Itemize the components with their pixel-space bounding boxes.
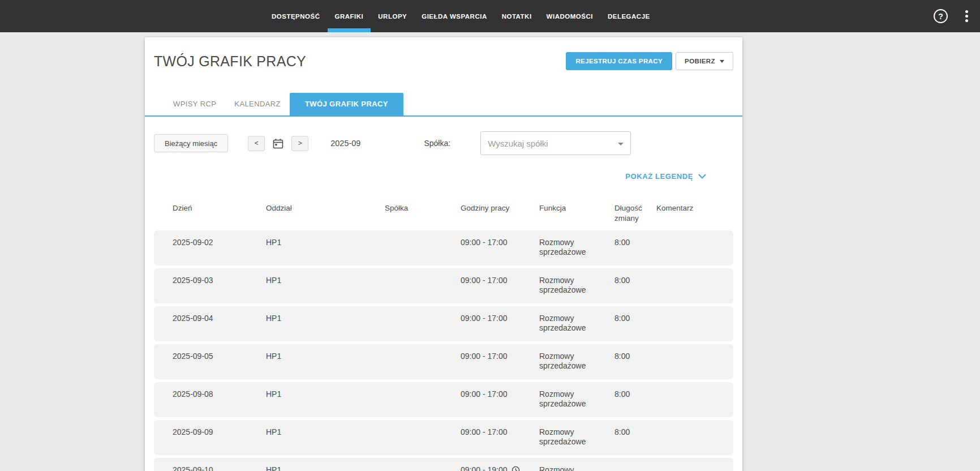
help-icon-glyph: ? — [938, 12, 943, 21]
cell-hours: 09:00 - 19:00 — [461, 465, 540, 471]
table-row: 2025-09-02 HP1 09:00 - 17:00 Rozmowy spr… — [154, 230, 733, 266]
caret-down-icon — [720, 60, 724, 63]
hours-value: 09:00 - 19:00 — [461, 465, 508, 471]
cell-hours: 09:00 - 17:00 — [461, 276, 540, 285]
tab-kalendarz[interactable]: KALENDARZ — [225, 93, 290, 115]
cell-function: Rozmowy sprzedażowe — [539, 389, 607, 409]
cell-hours: 09:00 - 17:00 — [461, 352, 540, 361]
tab-twoj-grafik-pracy[interactable]: TWÓJ GRAFIK PRACY — [290, 93, 403, 115]
show-legend-toggle[interactable]: POKAŻ LEGENDĘ — [625, 172, 706, 181]
cell-day: 2025-09-03 — [173, 276, 257, 285]
cell-branch: HP1 — [266, 352, 376, 361]
column-header-length: Długość zmiany — [614, 203, 652, 224]
company-select-placeholder: Wyszukaj spółki — [488, 139, 548, 148]
nav-item-gielda-wsparcia[interactable]: GIEŁDA WSPARCIA — [414, 0, 494, 32]
column-header-comment: Komentarz — [656, 203, 727, 213]
cell-day: 2025-09-05 — [173, 352, 257, 361]
cell-function: Rozmowy sprzedażowe — [539, 238, 607, 257]
column-header-day: Dzień — [173, 203, 257, 213]
table-header: Dzień Oddział Spółka Godziny pracy Funkc… — [154, 201, 733, 226]
cell-function: Rozmowy sprzedażowe — [539, 427, 607, 447]
kebab-menu-icon[interactable] — [963, 8, 970, 24]
table-row: 2025-09-04 HP1 09:00 - 17:00 Rozmowy spr… — [154, 306, 733, 341]
table-row: 2025-09-03 HP1 09:00 - 17:00 Rozmowy spr… — [154, 268, 733, 303]
nav-item-delegacje[interactable]: DELEGACJE — [600, 0, 657, 32]
cell-branch: HP1 — [266, 238, 376, 247]
cell-function: Rozmowy sprzedażowe — [539, 465, 607, 471]
cell-branch: HP1 — [266, 314, 376, 323]
nav-item-wiadomosci[interactable]: WIADOMOŚCI — [539, 0, 600, 32]
cell-length: 8:00 — [614, 276, 652, 285]
show-legend-label: POKAŻ LEGENDĘ — [625, 172, 693, 181]
page-title: TWÓJ GRAFIK PRACY — [154, 53, 306, 70]
cell-hours: 09:00 - 17:00 — [461, 314, 540, 323]
cell-day: 2025-09-09 — [173, 427, 257, 437]
cell-day: 2025-09-10 — [173, 465, 257, 471]
table-row: 2025-09-09 HP1 09:00 - 17:00 Rozmowy spr… — [154, 420, 733, 455]
cell-function: Rozmowy sprzedażowe — [539, 276, 607, 295]
table-row: 2025-09-10 HP1 09:00 - 19:00 Rozmowy spr… — [154, 458, 733, 471]
table-row: 2025-09-05 HP1 09:00 - 17:00 Rozmowy spr… — [154, 344, 733, 379]
cell-length: 8:00 — [614, 427, 652, 437]
download-button-label: POBIERZ — [685, 58, 715, 65]
table-row: 2025-09-08 HP1 09:00 - 17:00 Rozmowy spr… — [154, 382, 733, 417]
chevron-down-icon — [618, 143, 624, 145]
previous-month-button[interactable]: < — [248, 136, 265, 151]
tab-bar: WPISY RCP KALENDARZ TWÓJ GRAFIK PRACY — [145, 93, 742, 117]
cell-branch: HP1 — [266, 276, 376, 285]
cell-day: 2025-09-04 — [173, 314, 257, 323]
cell-branch: HP1 — [266, 465, 376, 471]
chevron-down-icon — [698, 174, 706, 179]
cell-function: Rozmowy sprzedażowe — [539, 352, 607, 371]
cell-branch: HP1 — [266, 389, 376, 399]
card-header: TWÓJ GRAFIK PRACY REJESTRUJ CZAS PRACY P… — [145, 37, 742, 70]
cell-length: 8:00 — [614, 352, 652, 361]
top-navigation-bar: DOSTĘPNOŚĆ GRAFIKI URLOPY GIEŁDA WSPARCI… — [0, 0, 980, 32]
download-button[interactable]: POBIERZ — [676, 52, 733, 70]
legend-row: POKAŻ LEGENDĘ — [145, 172, 742, 181]
main-menu: DOSTĘPNOŚĆ GRAFIKI URLOPY GIEŁDA WSPARCI… — [264, 0, 657, 32]
nav-item-dostepnosc[interactable]: DOSTĘPNOŚĆ — [264, 0, 328, 32]
cell-length: 8:00 — [614, 389, 652, 399]
nav-item-grafiki[interactable]: GRAFIKI — [328, 0, 371, 32]
register-work-time-button[interactable]: REJESTRUJ CZAS PRACY — [566, 52, 672, 70]
column-header-function: Funkcja — [539, 203, 607, 213]
nav-item-notatki[interactable]: NOTATKI — [495, 0, 539, 32]
cell-hours: 09:00 - 17:00 — [461, 389, 540, 399]
cell-day: 2025-09-02 — [173, 238, 257, 247]
selected-month: 2025-09 — [330, 139, 360, 148]
help-icon[interactable]: ? — [934, 9, 948, 23]
column-header-company: Spółka — [385, 203, 453, 213]
column-header-branch: Oddział — [266, 203, 376, 213]
current-month-button[interactable]: Bieżący miesiąc — [154, 134, 228, 152]
nav-item-urlopy[interactable]: URLOPY — [371, 0, 414, 32]
work-schedule-card: TWÓJ GRAFIK PRACY REJESTRUJ CZAS PRACY P… — [145, 37, 742, 471]
clock-icon[interactable] — [512, 466, 520, 471]
cell-hours: 09:00 - 17:00 — [461, 427, 540, 437]
schedule-controls: Bieżący miesiąc < > 2025-09 Spółka: Wysz… — [145, 117, 742, 155]
cell-function: Rozmowy sprzedażowe — [539, 314, 607, 333]
next-month-button[interactable]: > — [291, 136, 308, 151]
column-header-hours: Godziny pracy — [461, 203, 540, 213]
cell-day: 2025-09-08 — [173, 389, 257, 399]
schedule-table: 2025-09-02 HP1 09:00 - 17:00 Rozmowy spr… — [154, 230, 733, 471]
company-select[interactable]: Wyszukaj spółki — [480, 131, 631, 155]
topbar-actions: ? — [934, 0, 980, 32]
cell-branch: HP1 — [266, 427, 376, 437]
cell-length: 8:00 — [614, 238, 652, 247]
tab-wpisy-rcp[interactable]: WPISY RCP — [164, 93, 225, 115]
cell-length: 8:00 — [614, 314, 652, 323]
calendar-icon[interactable] — [273, 138, 283, 149]
header-buttons: REJESTRUJ CZAS PRACY POBIERZ — [566, 52, 733, 70]
cell-hours: 09:00 - 17:00 — [461, 238, 540, 247]
company-label: Spółka: — [424, 139, 450, 148]
